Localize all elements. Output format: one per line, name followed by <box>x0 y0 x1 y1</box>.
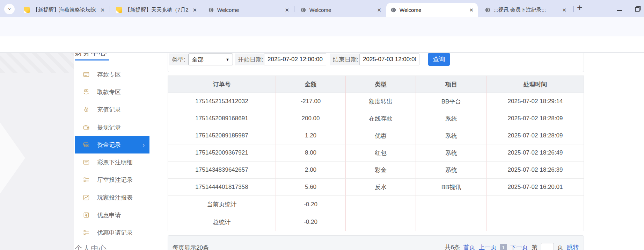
sidebar-item-fund-records[interactable]: 资金记录 › <box>75 136 149 153</box>
browser-toolbar: js13.cc/hhcp/usercenter.html?iniType=6 <box>0 17 644 36</box>
tab-title: Welcome <box>309 7 374 13</box>
start-date-input[interactable] <box>264 53 326 65</box>
cell-time: 2025-07-02 16:20:01 <box>487 179 584 196</box>
table-header-row: 订单号 金额 类型 项目 处理时间 <box>168 76 584 93</box>
sidebar-item-recharge-records[interactable]: ¥ 充值记录 <box>75 101 159 118</box>
chevron-down-icon: ▼ <box>226 57 229 62</box>
table-row: 1751434839642657 2.00 彩金 系统 2025-07-02 1… <box>168 162 584 179</box>
query-button[interactable]: 查询 <box>428 53 450 66</box>
cell-amount: 2.00 <box>276 162 346 179</box>
tab-forum-2[interactable]: 【新提醒】天天竞猜（7月2 ✕ <box>112 3 201 17</box>
close-icon[interactable]: ✕ <box>377 7 381 13</box>
close-icon[interactable]: ✕ <box>100 7 105 13</box>
cell-order-no: 1751452153412032 <box>168 93 276 110</box>
list-icon <box>83 229 90 236</box>
close-icon[interactable]: ✕ <box>469 7 474 13</box>
next-page-link[interactable]: 下一页 <box>510 243 528 250</box>
new-tab-button[interactable]: + <box>577 2 583 13</box>
cell-amount: -217.00 <box>276 93 346 110</box>
sidebar-item-hall-bet-records[interactable]: 厅室投注记录 <box>75 171 159 188</box>
sidebar-item-promo-apply[interactable]: 优惠申请 <box>75 206 159 224</box>
tab-welcome-active[interactable]: Welcome ✕ <box>386 3 478 17</box>
sidebar-item-lottery-bet-detail[interactable]: 彩票下注明细 <box>75 153 159 171</box>
sidebar-item-label: 取款专区 <box>97 88 121 96</box>
globe-icon <box>390 7 396 13</box>
table-row: 1751452089185987 1.20 优惠 系统 2025-07-02 1… <box>168 127 584 144</box>
close-icon[interactable]: ✕ <box>562 7 566 13</box>
tab-title: 【新提醒】天天竞猜（7月2 <box>125 7 189 13</box>
tab-title: Welcome <box>400 7 466 13</box>
tab-welcome-2[interactable]: Welcome ✕ <box>296 3 386 17</box>
sidebar-item-withdrawal-records[interactable]: 提现记录 <box>75 119 159 136</box>
cell-type: 在线存款 <box>346 110 416 127</box>
pagination-bar: 每页显示20条 共6条 首页 上一页 1 下一页 第 页 跳转 <box>168 235 584 250</box>
cell-type: 优惠 <box>346 127 416 144</box>
page-left-background <box>0 53 74 250</box>
sidebar-item-label: 提现记录 <box>97 123 121 131</box>
sidebar-item-label: 资金记录 <box>97 141 121 149</box>
summary-amount: -0.20 <box>276 196 346 213</box>
cell-time: 2025-07-02 18:28:09 <box>487 110 584 127</box>
coupon-icon <box>83 212 90 219</box>
tab-search-button[interactable]: ˅ <box>4 4 15 14</box>
empty-cell <box>416 213 487 231</box>
chevron-right-icon: › <box>143 142 145 148</box>
close-icon[interactable]: ✕ <box>285 7 289 13</box>
column-header: 处理时间 <box>487 76 584 93</box>
total-summary-row: 总统计 -0.20 <box>168 213 584 231</box>
sidebar-active-underline <box>75 59 109 60</box>
summary-amount: -0.20 <box>276 213 346 231</box>
empty-cell <box>346 213 416 231</box>
watermark-triangle <box>0 122 25 194</box>
total-count-text: 共6条 <box>445 243 460 250</box>
browser-window: ˅ 【新提醒】海燕策略论坛综 ✕ 【新提醒】天天竞猜（7月2 ✕ Welcome… <box>0 0 644 250</box>
cell-order-no: 1751452089185987 <box>168 127 276 144</box>
globe-icon <box>208 7 214 13</box>
type-filter-label: 类型: <box>169 53 189 65</box>
cell-order-no: 1751452089168691 <box>168 110 276 127</box>
window-minimize-button[interactable] <box>617 10 622 11</box>
wallet-icon <box>83 124 90 131</box>
sidebar-item-deposit-zone[interactable]: 存款专区 <box>75 66 159 83</box>
sidebar-item-label: 优惠申请 <box>97 211 121 219</box>
jump-page-input[interactable] <box>541 243 554 250</box>
cell-project: 系统 <box>416 144 487 162</box>
cell-project: 系统 <box>416 110 487 127</box>
globe-icon <box>300 7 306 13</box>
jump-suffix-label: 页 <box>557 243 563 250</box>
cell-time: 2025-07-02 18:26:49 <box>487 144 584 162</box>
summary-label: 当前页统计 <box>168 196 276 213</box>
tab-welcome-1[interactable]: Welcome ✕ <box>204 3 293 17</box>
cell-amount: 200.00 <box>276 110 346 127</box>
jump-button[interactable]: 跳转 <box>567 243 579 250</box>
tab-title: Welcome <box>217 7 281 13</box>
sidebar-item-withdraw-zone[interactable]: 取款专区 <box>75 83 159 101</box>
list-card-icon <box>83 159 90 166</box>
close-icon[interactable]: ✕ <box>192 7 197 13</box>
tab-title: :::视讯 会员下注纪录::: <box>494 7 559 13</box>
chart-icon <box>83 194 90 201</box>
tab-video-records[interactable]: :::视讯 会员下注纪录::: ✕ <box>481 3 571 17</box>
table-row: 1751452009367921 8.00 红包 系统 2025-07-02 1… <box>168 144 584 162</box>
tab-forum-1[interactable]: 【新提醒】海燕策略论坛综 ✕ <box>20 3 109 17</box>
tab-strip: ˅ 【新提醒】海燕策略论坛综 ✕ 【新提醒】天天竞猜（7月2 ✕ Welcome… <box>0 0 644 17</box>
sidebar-item-promo-apply-records[interactable]: 优惠申请记录 <box>75 224 159 241</box>
empty-cell <box>487 196 584 213</box>
cell-type: 反水 <box>346 179 416 196</box>
empty-cell <box>487 213 584 231</box>
end-date-input[interactable] <box>359 53 419 65</box>
prev-page-link[interactable]: 上一页 <box>479 243 497 250</box>
first-page-link[interactable]: 首页 <box>463 243 475 250</box>
banknotes-icon <box>83 141 90 148</box>
tab-separator <box>573 6 574 12</box>
empty-cell <box>416 196 487 213</box>
cell-amount: 8.00 <box>276 144 346 162</box>
window-restore-button[interactable] <box>635 6 641 12</box>
yellow-doc-favicon <box>116 7 122 13</box>
type-select[interactable]: 全部 ▼ <box>188 53 233 65</box>
fund-records-table: 订单号 金额 类型 项目 处理时间 1751452153412032 -217.… <box>168 76 584 231</box>
current-page-indicator[interactable]: 1 <box>500 244 507 250</box>
start-date-label: 开始日期: <box>235 53 266 65</box>
sidebar-item-player-bet-report[interactable]: 玩家投注报表 <box>75 189 159 206</box>
cell-type: 额度转出 <box>346 93 416 110</box>
